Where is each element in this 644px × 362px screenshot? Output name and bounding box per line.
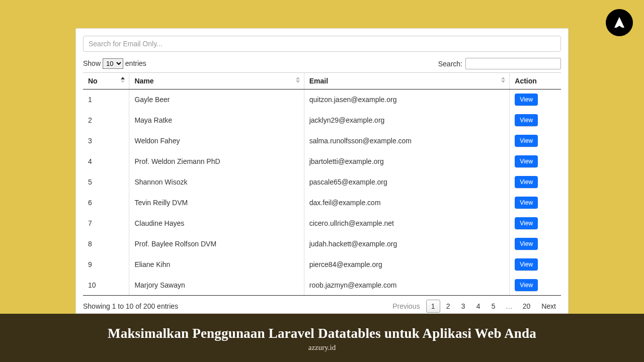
page-number[interactable]: 2 [441,300,455,313]
logo-a-icon [612,15,627,30]
view-button[interactable]: View [515,197,538,209]
cell-action: View [510,172,561,193]
col-header-no-label: No [88,77,98,85]
cell-name: Prof. Baylee Rolfson DVM [129,234,304,254]
cell-name: Marjory Sawayn [129,275,304,296]
col-header-email-label: Email [309,77,328,85]
cell-no: 10 [83,275,129,296]
view-button[interactable]: View [515,135,538,147]
col-header-no[interactable]: No [83,73,129,89]
cell-action: View [510,110,561,131]
table-row: 10Marjory Sawaynroob.jazmyn@example.comV… [83,275,561,296]
table-row: 5Shannon Wisozkpascale65@example.orgView [83,172,561,193]
table-search: Search: [438,58,561,69]
cell-no: 4 [83,151,129,172]
cell-no: 3 [83,131,129,151]
search-input[interactable] [465,58,561,69]
table-row: 6Tevin Reilly DVMdax.feil@example.comVie… [83,193,561,213]
view-button[interactable]: View [515,279,538,291]
page-next[interactable]: Next [536,300,561,313]
cell-no: 7 [83,213,129,234]
cell-name: Gayle Beer [129,89,304,110]
cell-email: judah.hackett@example.org [304,234,510,254]
cell-name: Tevin Reilly DVM [129,193,304,213]
banner-site: azzury.id [308,343,336,352]
table-row: 7Claudine Hayescicero.ullrich@example.ne… [83,213,561,234]
cell-action: View [510,193,561,213]
cell-name: Prof. Weldon Ziemann PhD [129,151,304,172]
data-table: No Name Email Action 1Gayle Beerquitzon.… [83,72,561,296]
cell-no: 2 [83,110,129,131]
page-previous[interactable]: Previous [387,300,425,313]
cell-email: pascale65@example.org [304,172,510,193]
table-row: 9Eliane Kihnpierce84@example.orgView [83,254,561,275]
view-button[interactable]: View [515,176,538,188]
table-info: Showing 1 to 10 of 200 entries [83,302,178,310]
cell-action: View [510,254,561,275]
length-prefix: Show [83,59,101,67]
cell-action: View [510,275,561,296]
col-header-action-label: Action [515,77,537,85]
cell-no: 5 [83,172,129,193]
table-row: 1Gayle Beerquitzon.jasen@example.orgView [83,89,561,110]
cell-action: View [510,234,561,254]
cell-no: 8 [83,234,129,254]
sort-icon [296,77,301,85]
brand-logo [606,9,633,36]
datatable-card: Show 10 entries Search: No Name [75,28,569,314]
col-header-name-label: Name [134,77,153,85]
cell-email: pierce84@example.org [304,254,510,275]
banner-title: Maksimalkan Penggunaan Laravel Datatable… [108,326,536,341]
cell-action: View [510,151,561,172]
page-number[interactable]: 1 [426,300,440,313]
cell-name: Shannon Wisozk [129,172,304,193]
view-button[interactable]: View [515,155,538,167]
view-button[interactable]: View [515,258,538,270]
cell-email: salma.runolfsson@example.com [304,131,510,151]
cell-name: Weldon Fahey [129,131,304,151]
article-banner: Maksimalkan Penggunaan Laravel Datatable… [0,314,644,362]
view-button[interactable]: View [515,238,538,250]
table-row: 2Maya Ratkejacklyn29@example.orgView [83,110,561,131]
cell-action: View [510,89,561,110]
page-number[interactable]: 4 [471,300,486,313]
sort-icon [501,77,506,85]
table-header-row: No Name Email Action [83,73,561,89]
page-number[interactable]: 3 [456,300,470,313]
col-header-name[interactable]: Name [129,73,304,89]
length-control: Show 10 entries [83,58,146,69]
length-select[interactable]: 10 [103,58,123,69]
table-row: 4Prof. Weldon Ziemann PhDjbartoletti@exa… [83,151,561,172]
cell-email: jbartoletti@example.org [304,151,510,172]
col-header-action: Action [510,73,561,89]
table-controls: Show 10 entries Search: [83,58,561,69]
cell-email: jacklyn29@example.org [304,110,510,131]
page-number[interactable]: 20 [518,300,536,313]
cell-action: View [510,131,561,151]
cell-name: Claudine Hayes [129,213,304,234]
view-button[interactable]: View [515,217,538,229]
cell-email: quitzon.jasen@example.org [304,89,510,110]
cell-no: 9 [83,254,129,275]
view-button[interactable]: View [515,114,538,126]
table-row: 8Prof. Baylee Rolfson DVMjudah.hackett@e… [83,234,561,254]
pagination: Previous12345…20Next [387,300,561,313]
cell-email: cicero.ullrich@example.net [304,213,510,234]
page-ellipsis: … [502,300,517,313]
cell-no: 6 [83,193,129,213]
cell-email: dax.feil@example.com [304,193,510,213]
page-number[interactable]: 5 [487,300,501,313]
cell-no: 1 [83,89,129,110]
cell-action: View [510,213,561,234]
length-suffix: entries [125,59,146,67]
col-header-email[interactable]: Email [304,73,510,89]
table-footer: Showing 1 to 10 of 200 entries Previous1… [83,300,561,313]
table-row: 3Weldon Faheysalma.runolfsson@example.co… [83,131,561,151]
search-label: Search: [438,60,462,68]
view-button[interactable]: View [515,94,538,106]
email-search-input[interactable] [83,36,561,52]
cell-email: roob.jazmyn@example.com [304,275,510,296]
cell-name: Eliane Kihn [129,254,304,275]
sort-icon [121,77,126,85]
cell-name: Maya Ratke [129,110,304,131]
